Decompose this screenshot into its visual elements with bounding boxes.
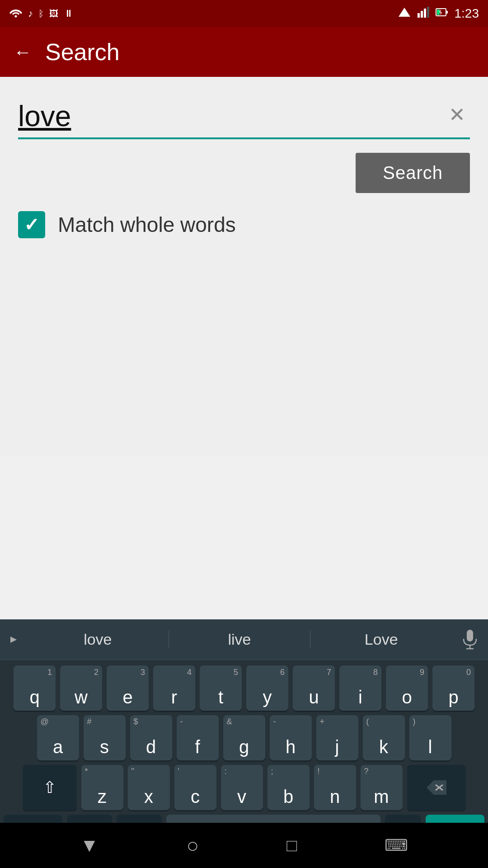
key-y[interactable]: 6 y — [246, 665, 288, 711]
suggestions-expand-icon[interactable] — [0, 633, 27, 646]
signal-icon — [398, 7, 411, 20]
key-h[interactable]: - h — [270, 715, 312, 760]
key-n[interactable]: ! n — [314, 765, 356, 810]
status-bar: ♪ ᛒ 🖼 ⏸ — [0, 0, 488, 27]
svg-rect-7 — [446, 11, 448, 14]
nav-keyboard-icon[interactable]: ⌨ — [385, 836, 408, 855]
key-backspace[interactable] — [407, 765, 466, 810]
search-button[interactable]: Search — [356, 153, 470, 193]
key-r[interactable]: 4 r — [153, 665, 195, 711]
match-whole-words-checkbox[interactable]: ✓ — [18, 211, 45, 238]
search-input[interactable] — [18, 95, 470, 139]
search-button-row: Search — [18, 153, 470, 193]
key-d[interactable]: $ d — [130, 715, 172, 760]
key-o[interactable]: 9 o — [386, 665, 428, 711]
key-z[interactable]: * z — [81, 765, 123, 810]
key-a[interactable]: @ a — [37, 715, 79, 760]
svg-marker-12 — [10, 637, 17, 643]
key-s[interactable]: # s — [84, 715, 126, 760]
svg-point-0 — [15, 15, 17, 18]
back-button[interactable]: ← — [14, 42, 32, 62]
key-k[interactable]: ( k — [363, 715, 405, 760]
suggestion-Love[interactable]: Love — [310, 631, 452, 648]
key-shift[interactable]: ⇧ — [23, 765, 77, 810]
battery-icon — [436, 7, 448, 20]
key-t[interactable]: 5 t — [200, 665, 242, 711]
key-row-2: @ a # s $ d - f & g - h — [4, 715, 484, 760]
nav-back-icon[interactable]: ▼ — [80, 835, 99, 856]
bluetooth-icon: ᛒ — [38, 9, 44, 19]
key-e[interactable]: 3 e — [107, 665, 149, 711]
svg-rect-2 — [418, 13, 420, 18]
nav-recents-icon[interactable]: □ — [286, 836, 297, 855]
search-input-area: ✕ — [18, 95, 470, 139]
svg-rect-3 — [421, 11, 423, 18]
key-g[interactable]: & g — [223, 715, 265, 760]
suggestions-list: love live Love — [27, 631, 452, 648]
app-bar: ← Search — [0, 27, 488, 77]
shift-icon: ⇧ — [43, 778, 56, 797]
checkmark-icon: ✓ — [24, 214, 39, 235]
key-w[interactable]: 2 w — [60, 665, 102, 711]
clear-icon[interactable]: ✕ — [449, 103, 465, 126]
nav-home-icon[interactable]: ○ — [186, 833, 199, 858]
key-row-1: 1 q 2 w 3 e 4 r 5 t 6 y — [4, 665, 484, 711]
key-x[interactable]: " x — [128, 765, 170, 810]
match-whole-words-label: Match whole words — [58, 212, 236, 237]
svg-rect-5 — [427, 7, 429, 18]
key-l[interactable]: ) l — [409, 715, 451, 760]
key-j[interactable]: + j — [316, 715, 358, 760]
status-icons-right: 1:23 — [398, 6, 479, 21]
svg-rect-13 — [467, 630, 473, 642]
key-q[interactable]: 1 q — [14, 665, 56, 711]
image-icon: 🖼 — [49, 9, 58, 19]
svg-marker-1 — [399, 8, 410, 17]
main-content: ✕ Search ✓ Match whole words — [0, 77, 488, 457]
key-p[interactable]: 0 p — [432, 665, 474, 711]
suggestion-love[interactable]: love — [27, 631, 169, 648]
svg-rect-4 — [424, 9, 426, 18]
suggestion-live[interactable]: live — [169, 631, 311, 648]
key-i[interactable]: 8 i — [339, 665, 381, 711]
wifi-icon — [9, 7, 23, 20]
svg-rect-8 — [437, 9, 440, 15]
page-title: Search — [45, 38, 120, 66]
signal-bars-icon — [418, 7, 429, 20]
key-f[interactable]: - f — [177, 715, 219, 760]
key-row-3: ⇧ * z " x ' c : v ; b ! — [4, 765, 484, 810]
key-m[interactable]: ? m — [361, 765, 403, 810]
pause-icon: ⏸ — [64, 8, 74, 19]
key-v[interactable]: : v — [221, 765, 263, 810]
music-icon: ♪ — [28, 8, 33, 19]
nav-bar: ▼ ○ □ ⌨ — [0, 823, 488, 868]
mic-icon[interactable] — [452, 630, 488, 650]
key-c[interactable]: ' c — [174, 765, 216, 810]
status-time: 1:23 — [455, 6, 479, 21]
key-u[interactable]: 7 u — [293, 665, 335, 711]
suggestions-row: love live Love — [0, 619, 488, 660]
key-b[interactable]: ; b — [267, 765, 310, 810]
status-icons-left: ♪ ᛒ 🖼 ⏸ — [9, 7, 74, 20]
match-whole-words-row: ✓ Match whole words — [18, 211, 470, 238]
